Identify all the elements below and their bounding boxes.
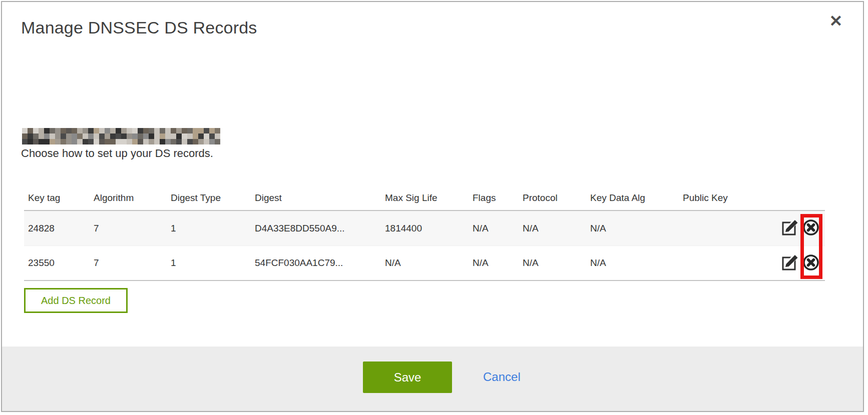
col-header-public-key: Public Key [683, 192, 777, 204]
cell-algorithm: 7 [94, 223, 171, 234]
col-header-digest: Digest [255, 192, 385, 204]
col-header-algorithm: Algorithm [94, 192, 171, 204]
table-body: 24828 7 1 D4A33E8DD550A9... 1814400 N/A … [24, 210, 825, 281]
cell-key-tag: 23550 [28, 258, 94, 268]
col-header-digest-type: Digest Type [171, 192, 255, 204]
row-actions [777, 254, 825, 272]
cell-protocol: N/A [523, 223, 590, 234]
cell-flags: N/A [473, 258, 523, 268]
delete-record-button[interactable] [802, 254, 820, 272]
cell-algorithm: 7 [94, 258, 171, 268]
save-button[interactable]: Save [363, 362, 452, 393]
circled-x-delete-icon [802, 218, 820, 238]
col-header-protocol: Protocol [523, 192, 590, 204]
col-header-key-tag: Key tag [28, 192, 94, 204]
col-header-key-data-alg: Key Data Alg [590, 192, 683, 204]
redacted-domain-name [22, 128, 220, 144]
add-ds-record-button[interactable]: Add DS Record [24, 288, 128, 313]
dnssec-ds-records-modal: Manage DNSSEC DS Records ✕ Choose how to… [1, 1, 864, 412]
intro-text: Choose how to set up your DS records. [21, 147, 213, 160]
col-header-flags: Flags [473, 192, 523, 204]
page-title: Manage DNSSEC DS Records [21, 18, 257, 38]
circled-x-delete-icon [802, 254, 820, 273]
cell-digest: 54FCF030AA1C79... [255, 258, 385, 268]
cell-max-sig-life: 1814400 [385, 223, 473, 234]
cell-digest-type: 1 [171, 258, 255, 268]
edit-record-button[interactable] [781, 220, 799, 238]
cell-key-data-alg: N/A [590, 223, 683, 234]
cell-digest: D4A33E8DD550A9... [255, 223, 385, 234]
cell-max-sig-life: N/A [385, 258, 473, 268]
delete-record-button[interactable] [802, 220, 820, 238]
cell-digest-type: 1 [171, 223, 255, 234]
table-header-row: Key tag Algorithm Digest Type Digest Max… [24, 186, 825, 210]
col-header-max-sig-life: Max Sig Life [385, 192, 473, 204]
cell-key-data-alg: N/A [590, 258, 683, 268]
table-row: 23550 7 1 54FCF030AA1C79... N/A N/A N/A … [24, 246, 825, 280]
edit-pencil-icon [781, 218, 799, 238]
row-actions [777, 220, 825, 238]
edit-pencil-icon [781, 254, 799, 273]
cell-key-tag: 24828 [28, 223, 94, 234]
cell-protocol: N/A [523, 258, 590, 268]
close-icon[interactable]: ✕ [825, 10, 847, 32]
cell-flags: N/A [473, 223, 523, 234]
modal-footer: Save Cancel [2, 346, 863, 411]
table-row: 24828 7 1 D4A33E8DD550A9... 1814400 N/A … [24, 211, 825, 246]
edit-record-button[interactable] [781, 254, 799, 272]
ds-records-table: Key tag Algorithm Digest Type Digest Max… [24, 186, 825, 281]
cancel-link[interactable]: Cancel [483, 370, 521, 384]
